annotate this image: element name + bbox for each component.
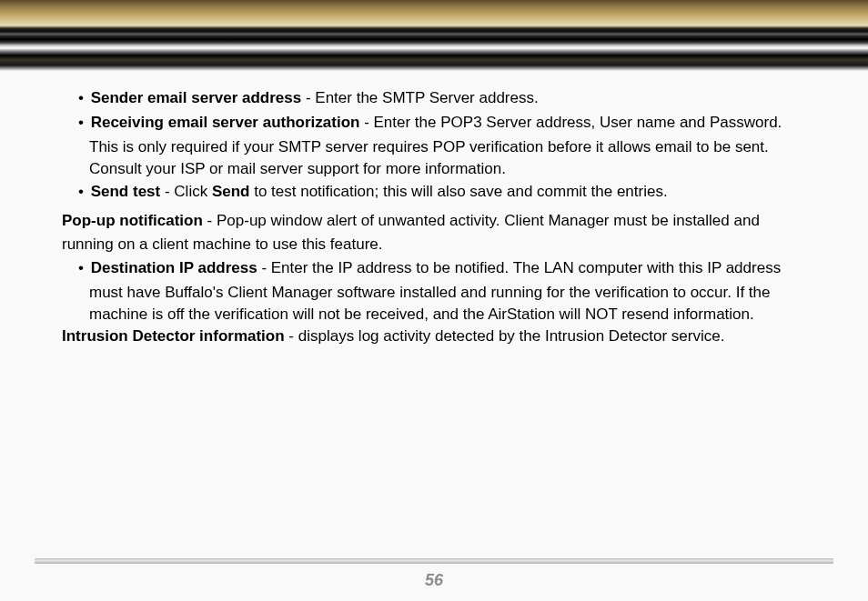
page-number: 56	[0, 571, 868, 590]
page-footer: 56	[0, 558, 868, 590]
intrusion-title: Intrusion Detector information	[62, 327, 285, 345]
document-content: • Sender email server address - Enter th…	[0, 71, 868, 347]
item-title: Receiving email server authorization	[91, 114, 360, 131]
continuation-line: machine is off the verification will not…	[62, 304, 832, 326]
footer-divider	[35, 558, 833, 564]
item-desc: - Enter the IP address to be notified. T…	[257, 259, 781, 276]
bullet-dot: •	[78, 259, 84, 276]
intrusion-detector-line: Intrusion Detector information - display…	[62, 326, 832, 347]
popup-title: Pop-up notification	[62, 212, 203, 229]
bullet-dot: •	[78, 183, 84, 200]
popup-desc: - Pop-up window alert of unwanted activi…	[203, 212, 760, 229]
bullet-destination-ip: • Destination IP address - Enter the IP …	[62, 257, 832, 279]
item-desc: - Enter the SMTP Server address.	[301, 89, 538, 106]
popup-notification-line2: running on a client machine to use this …	[62, 234, 832, 255]
send-action-label: Send	[212, 183, 250, 200]
item-rest: to test notification; this will also sav…	[249, 183, 667, 200]
item-sep: - Click	[160, 183, 212, 200]
intrusion-desc: - displays log activity detected by the …	[285, 327, 725, 345]
item-desc: - Enter the POP3 Server address, User na…	[359, 114, 782, 131]
item-title: Destination IP address	[91, 259, 257, 276]
item-title: Send test	[91, 183, 161, 200]
bullet-dot: •	[78, 114, 84, 131]
bullet-dot: •	[78, 89, 84, 106]
bullet-receiving-auth: • Receiving email server authorization -…	[62, 112, 832, 134]
continuation-line: This is only required if your SMTP serve…	[62, 136, 832, 158]
continuation-line: must have Buffalo's Client Manager softw…	[62, 282, 832, 304]
bullet-sender-email: • Sender email server address - Enter th…	[62, 87, 832, 109]
bullet-send-test: • Send test - Click Send to test notific…	[62, 181, 832, 203]
item-title: Sender email server address	[91, 89, 302, 106]
continuation-line: Consult your ISP or mail server support …	[62, 158, 832, 180]
popup-notification-line: Pop-up notification - Pop-up window aler…	[62, 210, 832, 232]
decorative-header-band	[0, 0, 868, 71]
